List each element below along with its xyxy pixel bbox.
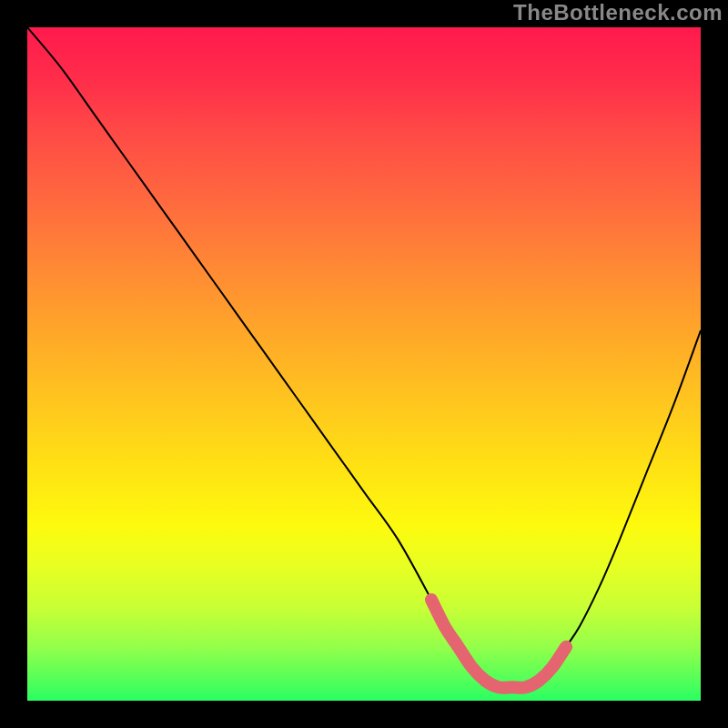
trough-highlight — [431, 600, 566, 688]
bottleneck-curve-line — [27, 27, 701, 688]
chart-frame: TheBottleneck.com — [0, 0, 728, 728]
plot-area — [27, 27, 701, 701]
curve-svg — [27, 27, 701, 701]
watermark-text: TheBottleneck.com — [513, 0, 723, 25]
